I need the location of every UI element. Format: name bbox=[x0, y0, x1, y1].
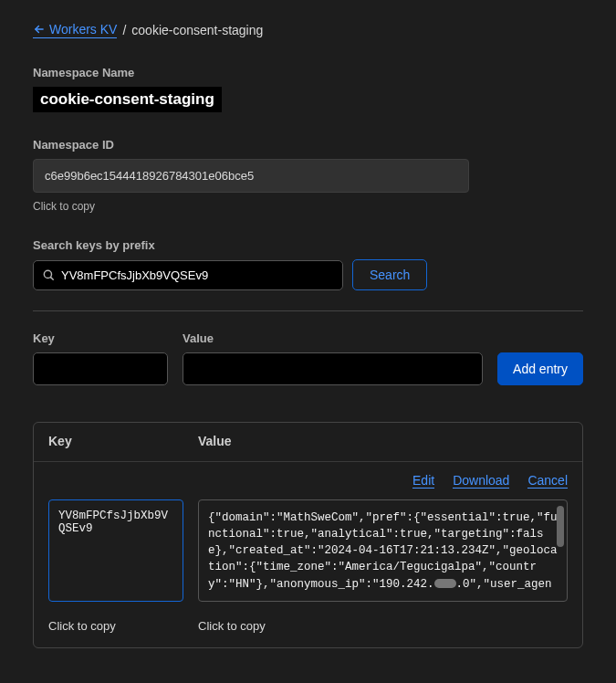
arrow-left-icon bbox=[33, 23, 46, 36]
copy-hints-row: Click to copy Click to copy bbox=[48, 618, 568, 633]
namespace-id-label: Namespace ID bbox=[33, 138, 583, 152]
add-value-input[interactable] bbox=[183, 352, 483, 385]
value-copy-hint[interactable]: Click to copy bbox=[198, 619, 266, 633]
divider bbox=[33, 310, 583, 311]
add-entry-button[interactable]: Add entry bbox=[497, 352, 583, 385]
breadcrumb-current: cookie-consent-staging bbox=[131, 23, 263, 37]
search-input[interactable] bbox=[33, 260, 343, 290]
result-key-display[interactable]: YV8mFPCfsJjbXb9VQSEv9 bbox=[48, 499, 183, 602]
add-key-label: Key bbox=[33, 331, 168, 345]
breadcrumb-separator: / bbox=[122, 23, 126, 37]
result-value-display[interactable]: {"domain":"MathSweCom","pref":{"essentia… bbox=[198, 499, 568, 602]
breadcrumb-back-label: Workers KV bbox=[49, 22, 117, 37]
add-key-input[interactable] bbox=[33, 352, 168, 385]
result-value-content: {"domain":"MathSweCom","pref":{"essentia… bbox=[208, 510, 559, 592]
search-label: Search keys by prefix bbox=[33, 238, 583, 252]
results-body: Edit Download Cancel YV8mFPCfsJjbXb9VQSE… bbox=[34, 462, 582, 647]
namespace-id-copy-hint[interactable]: Click to copy bbox=[33, 200, 583, 213]
cancel-link[interactable]: Cancel bbox=[527, 473, 568, 489]
download-link[interactable]: Download bbox=[453, 473, 509, 489]
redacted-ip-octet bbox=[434, 579, 456, 588]
result-actions: Edit Download Cancel bbox=[48, 473, 568, 489]
namespace-name-value: cookie-consent-staging bbox=[33, 87, 222, 112]
namespace-name-label: Namespace Name bbox=[33, 66, 583, 79]
value-scrollbar[interactable] bbox=[557, 506, 564, 547]
search-icon bbox=[42, 268, 55, 281]
svg-line-2 bbox=[51, 278, 54, 280]
results-header: Key Value bbox=[34, 423, 582, 462]
result-row: YV8mFPCfsJjbXb9VQSEv9 {"domain":"MathSwe… bbox=[48, 499, 568, 602]
search-row: Search bbox=[33, 259, 583, 290]
col-header-value: Value bbox=[198, 434, 568, 448]
breadcrumb: Workers KV / cookie-consent-staging bbox=[33, 22, 583, 38]
breadcrumb-back-link[interactable]: Workers KV bbox=[33, 22, 117, 38]
search-button[interactable]: Search bbox=[352, 259, 427, 290]
add-entry-row: Key Value Add entry bbox=[33, 331, 583, 385]
col-header-key: Key bbox=[48, 434, 198, 448]
search-input-wrap bbox=[33, 260, 343, 290]
results-panel: Key Value Edit Download Cancel YV8mFPCfs… bbox=[33, 422, 583, 648]
edit-link[interactable]: Edit bbox=[412, 473, 434, 489]
add-value-label: Value bbox=[183, 331, 483, 345]
key-copy-hint[interactable]: Click to copy bbox=[48, 619, 116, 633]
namespace-id-value[interactable]: c6e99b6ec1544418926784301e06bce5 bbox=[33, 159, 469, 193]
